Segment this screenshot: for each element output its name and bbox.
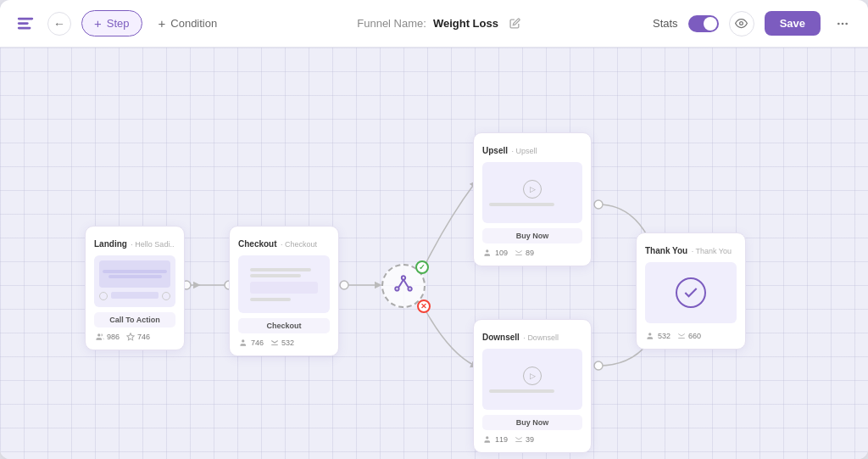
- condition-plus-icon: +: [159, 16, 166, 31]
- downsell-users-count: 119: [495, 435, 508, 444]
- svg-point-14: [594, 200, 603, 209]
- mini-btn-1: [111, 292, 159, 299]
- upsell-users-count: 109: [495, 249, 508, 257]
- svg-point-6: [845, 22, 848, 25]
- landing-stats: 986 746: [94, 333, 175, 341]
- upsell-node-header: Upsell · Upsell: [482, 142, 582, 157]
- downsell-preview: ▷: [482, 349, 582, 410]
- landing-img: [99, 260, 170, 288]
- svg-point-5: [842, 22, 844, 25]
- upsell-preview-lines: [489, 203, 576, 206]
- checkmark-icon: [676, 277, 706, 308]
- svg-point-16: [97, 333, 100, 336]
- landing-node[interactable]: Landing · Hello Sadi.. Call To Action: [85, 226, 185, 350]
- checkout-title: Checkout: [238, 239, 277, 249]
- thankyou-conv-stat: 660: [677, 332, 701, 340]
- preview-button[interactable]: [729, 11, 754, 36]
- stats-label: Stats: [653, 17, 678, 30]
- svg-point-18: [242, 339, 244, 342]
- checkout-users-stat: 746: [240, 339, 264, 347]
- preview-line-1: [250, 268, 311, 271]
- landing-subtitle: · Hello Sadi..: [131, 240, 174, 249]
- mini-circle-2: [162, 292, 170, 300]
- landing-conv-stat: 746: [126, 333, 150, 341]
- landing-preview-bottom: [99, 290, 170, 302]
- save-button[interactable]: Save: [765, 11, 821, 36]
- checkout-btn: Checkout: [238, 318, 330, 333]
- edit-funnel-button[interactable]: [505, 14, 526, 34]
- downsell-conv-count: 39: [526, 435, 534, 444]
- funnel-label: Funnel Name:: [357, 17, 426, 30]
- svg-rect-1: [18, 22, 29, 25]
- checkout-conv-count: 532: [281, 339, 294, 347]
- svg-point-15: [594, 361, 603, 370]
- landing-users-stat: 986: [96, 333, 120, 341]
- downsell-line-1: [489, 389, 554, 393]
- upsell-conv-stat: 89: [515, 249, 534, 257]
- downsell-title: Downsell: [482, 333, 520, 342]
- condition-false-dot: ✕: [417, 299, 431, 313]
- svg-point-20: [395, 287, 398, 290]
- svg-point-13: [340, 281, 348, 289]
- svg-point-26: [648, 333, 651, 335]
- condition-node[interactable]: ✓ ✕: [381, 264, 426, 308]
- upsell-stats: 109 89: [482, 249, 582, 257]
- thankyou-users-count: 532: [658, 332, 670, 340]
- tab-step[interactable]: + Step: [81, 10, 142, 36]
- app-wrapper: ← + Step + Condition Funnel Name: Weight…: [0, 0, 868, 459]
- header: ← + Step + Condition Funnel Name: Weight…: [0, 0, 868, 48]
- more-options-button[interactable]: [831, 12, 854, 36]
- tab-condition[interactable]: + Condition: [146, 10, 231, 36]
- upsell-node[interactable]: Upsell · Upsell ▷ Buy Now 109 89: [473, 132, 592, 266]
- checkout-stats: 746 532: [238, 339, 330, 347]
- thankyou-preview: [645, 262, 737, 323]
- svg-line-22: [399, 279, 403, 287]
- svg-line-23: [403, 279, 408, 287]
- preview-line-2: [250, 274, 301, 277]
- svg-rect-2: [18, 26, 31, 29]
- downsell-node[interactable]: Downsell · Downsell ▷ Buy Now 119 39: [473, 319, 592, 453]
- header-right: Stats Save: [653, 11, 854, 36]
- checkout-node[interactable]: Checkout · Checkout Checkout 746: [229, 226, 339, 356]
- tab-group: + Step + Condition: [81, 10, 230, 36]
- upsell-users-stat: 109: [484, 249, 508, 257]
- thankyou-node[interactable]: Thank You · Thank You 532 660: [636, 232, 746, 350]
- downsell-video-icon: ▷: [523, 367, 542, 385]
- landing-conv-count: 746: [137, 333, 150, 341]
- condition-icon: [392, 273, 415, 299]
- landing-preview: [94, 255, 175, 307]
- upsell-title: Upsell: [482, 146, 508, 155]
- landing-title: Landing: [94, 239, 127, 249]
- back-icon: ←: [53, 17, 65, 31]
- condition-true-dot: ✓: [415, 260, 429, 274]
- checkout-users-count: 746: [251, 339, 264, 347]
- svg-point-25: [486, 436, 488, 439]
- preview-line-3: [250, 298, 291, 301]
- thankyou-title: Thank You: [645, 246, 687, 255]
- thankyou-conv-count: 660: [688, 332, 701, 340]
- canvas: Landing · Hello Sadi.. Call To Action: [0, 48, 868, 459]
- thankyou-subtitle: · Thank You: [692, 247, 732, 255]
- svg-point-19: [402, 276, 405, 279]
- checkout-preview: [238, 255, 330, 313]
- landing-node-header: Landing · Hello Sadi..: [94, 235, 175, 250]
- upsell-line-1: [489, 203, 554, 206]
- thankyou-stats: 532 660: [645, 332, 737, 340]
- landing-cta-btn: Call To Action: [94, 312, 175, 327]
- upsell-conv-count: 89: [526, 249, 534, 257]
- downsell-conv-stat: 39: [515, 435, 534, 444]
- tab-step-label: Step: [107, 17, 130, 30]
- upsell-btn: Buy Now: [482, 228, 582, 243]
- svg-point-24: [486, 249, 488, 252]
- step-plus-icon: +: [94, 16, 102, 31]
- svg-point-3: [740, 22, 743, 25]
- svg-point-4: [837, 22, 840, 25]
- downsell-users-stat: 119: [484, 435, 508, 444]
- checkout-subtitle: · Checkout: [281, 240, 317, 249]
- downsell-node-header: Downsell · Downsell: [482, 328, 582, 344]
- svg-marker-17: [127, 333, 134, 340]
- header-center: Funnel Name: Weight Loss: [240, 14, 643, 34]
- back-button[interactable]: ←: [47, 12, 71, 36]
- stats-toggle[interactable]: [688, 15, 719, 32]
- checkout-preview-lines: [243, 265, 325, 305]
